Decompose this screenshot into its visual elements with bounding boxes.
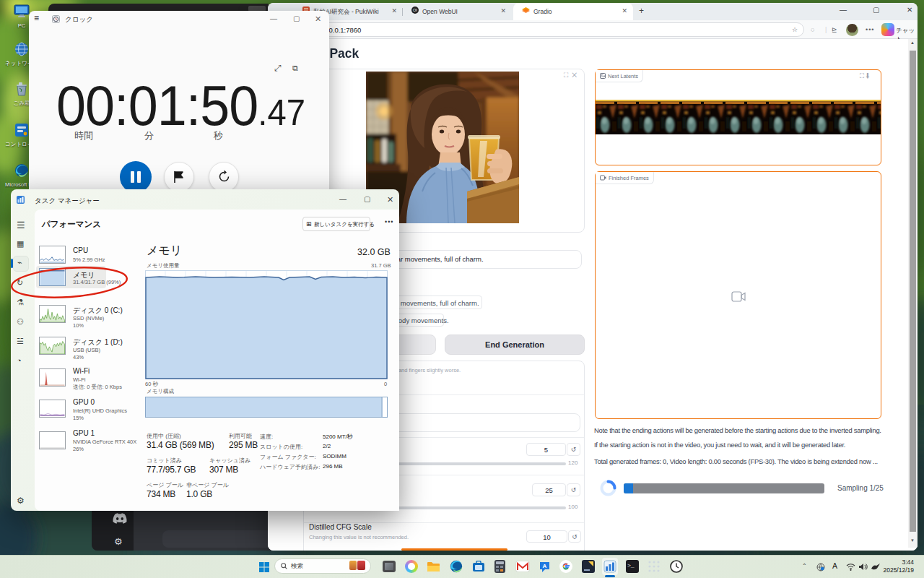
svg-text:A: A [543, 563, 547, 569]
svg-text:OI: OI [413, 8, 417, 12]
